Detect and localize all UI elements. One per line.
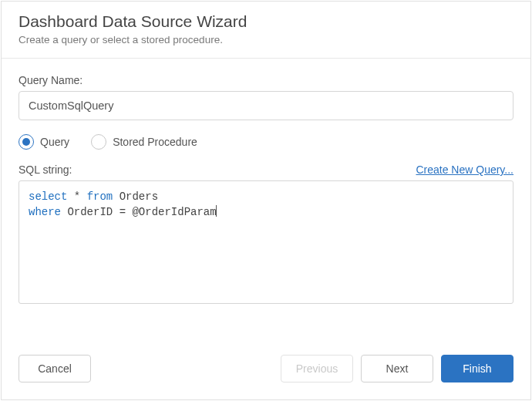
wizard-footer: Cancel Previous Next Finish <box>2 342 530 399</box>
query-name-input[interactable] <box>19 91 513 120</box>
finish-button[interactable]: Finish <box>441 355 513 382</box>
radio-selected-dot <box>22 138 30 146</box>
sql-token-star: * <box>67 190 86 203</box>
sql-label-row: SQL string: Create New Query... <box>19 163 513 176</box>
sql-string-label: SQL string: <box>19 163 72 176</box>
radio-query-indicator <box>19 134 34 150</box>
sql-token-table: Orders <box>113 190 158 203</box>
radio-query[interactable]: Query <box>19 134 69 150</box>
sql-token-condition: OrderID = @OrderIdParam <box>61 206 217 218</box>
query-name-label: Query Name: <box>19 74 513 86</box>
wizard-body: Query Name: Query Stored Procedure SQL s… <box>2 59 530 342</box>
footer-spacer <box>91 355 273 382</box>
cancel-button[interactable]: Cancel <box>19 355 91 382</box>
radio-query-label: Query <box>40 136 69 148</box>
wizard-dialog: Dashboard Data Source Wizard Create a qu… <box>1 1 531 400</box>
text-caret <box>216 205 217 217</box>
next-button[interactable]: Next <box>361 355 433 382</box>
sql-line-2: where OrderID = @OrderIdParam <box>29 204 503 220</box>
query-type-group: Query Stored Procedure <box>19 134 513 150</box>
radio-stored-procedure-label: Stored Procedure <box>113 136 197 148</box>
sql-keyword-from: from <box>87 190 113 203</box>
previous-button: Previous <box>281 355 353 382</box>
radio-stored-procedure-indicator <box>91 134 106 150</box>
sql-keyword-select: select <box>29 190 67 203</box>
radio-stored-procedure[interactable]: Stored Procedure <box>91 134 197 150</box>
sql-line-1: select * from Orders <box>29 189 503 204</box>
create-new-query-link[interactable]: Create New Query... <box>416 163 513 176</box>
wizard-header: Dashboard Data Source Wizard Create a qu… <box>2 2 530 59</box>
wizard-subtitle: Create a query or select a stored proced… <box>19 34 513 45</box>
sql-editor[interactable]: select * from Orders where OrderID = @Or… <box>19 180 513 304</box>
wizard-title: Dashboard Data Source Wizard <box>19 12 513 31</box>
sql-keyword-where: where <box>29 206 61 218</box>
